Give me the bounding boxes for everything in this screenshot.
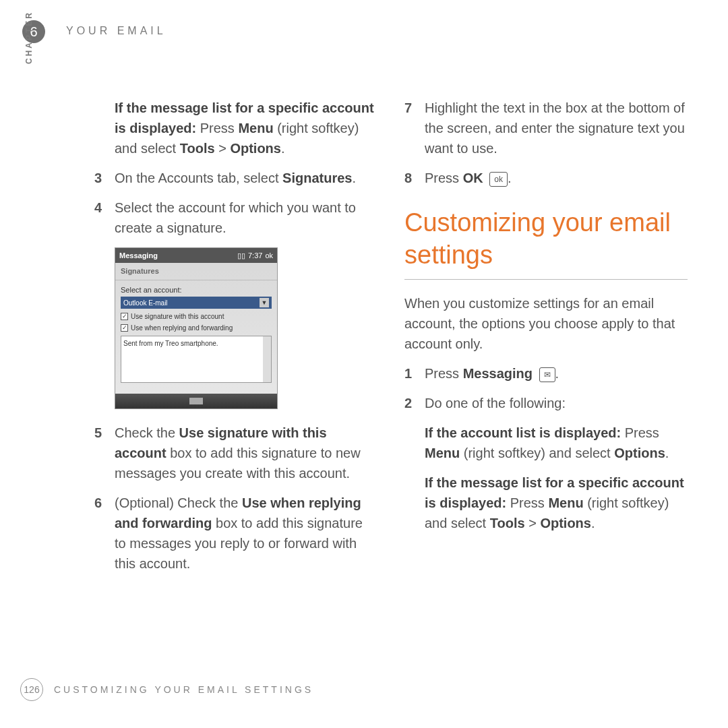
step-number: 8 — [404, 168, 425, 188]
use-signature-checkbox-row[interactable]: ✓ Use signature with this account — [121, 311, 272, 322]
step-number: 2 — [404, 393, 425, 413]
checkbox-checked-icon: ✓ — [121, 324, 128, 332]
screenshot-title: Messaging — [119, 250, 158, 262]
rstep-2a: If the account list is displayed: Press … — [425, 423, 688, 463]
chapter-vertical-label: CHAPTER — [24, 11, 34, 64]
content-area: If the message list for a specific accou… — [94, 98, 694, 583]
left-column: If the message list for a specific accou… — [94, 98, 377, 583]
right-column: 7 Highlight the text in the box at the b… — [404, 98, 688, 583]
step-number: 7 — [404, 98, 425, 158]
step-number: 4 — [94, 198, 115, 238]
running-header: YOUR EMAIL — [66, 25, 166, 37]
screenshot-titlebar: Messaging ▯▯ 7:37 ok — [115, 248, 277, 263]
use-reply-forward-checkbox-row[interactable]: ✓ Use when replying and forwarding — [121, 323, 272, 333]
signature-textarea[interactable]: Sent from my Treo smartphone. — [121, 336, 272, 383]
section-intro: When you customize settings for an email… — [404, 293, 688, 354]
rstep-1: 1 Press Messaging ✉. — [404, 363, 688, 384]
select-account-label: Select an account: — [121, 284, 272, 296]
step-8: 8 Press OK ok. — [404, 168, 688, 188]
screenshot-time: 7:37 — [248, 250, 262, 262]
step-body: Highlight the text in the box at the bot… — [425, 98, 688, 158]
heading-divider — [404, 279, 688, 280]
step-7: 7 Highlight the text in the box at the b… — [404, 98, 688, 158]
rstep-2b: If the message list for a specific accou… — [425, 473, 688, 533]
step-number: 6 — [94, 493, 115, 574]
left-intro: If the message list for a specific accou… — [115, 98, 377, 158]
footer-text: CUSTOMIZING YOUR EMAIL SETTINGS — [54, 684, 313, 695]
step-body: On the Accounts tab, select Signatures. — [115, 168, 377, 188]
step-6: 6 (Optional) Check the Use when replying… — [94, 493, 377, 574]
page-number-badge: 126 — [20, 678, 43, 701]
section-heading: Customizing your email settings — [404, 207, 688, 271]
account-dropdown[interactable]: Outlook E-mail ▼ — [121, 297, 272, 309]
signatures-screenshot: Messaging ▯▯ 7:37 ok Signatures Select a… — [115, 247, 278, 409]
page-number: 126 — [24, 684, 39, 695]
account-selected: Outlook E-mail — [123, 298, 168, 308]
step-body: Press OK ok. — [425, 168, 688, 188]
step-4: 4 Select the account for which you want … — [94, 198, 377, 238]
step-body: (Optional) Check the Use when replying a… — [115, 493, 377, 574]
page-footer: 126 CUSTOMIZING YOUR EMAIL SETTINGS — [20, 678, 313, 701]
messaging-key-icon: ✉ — [539, 367, 555, 382]
step-body: Press Messaging ✉. — [425, 363, 688, 384]
keyboard-icon — [189, 398, 203, 404]
screenshot-body: Select an account: Outlook E-mail ▼ ✓ Us… — [115, 280, 277, 388]
step-3: 3 On the Accounts tab, select Signatures… — [94, 168, 377, 188]
step-number: 3 — [94, 168, 115, 188]
step-number: 5 — [94, 423, 115, 483]
scrollbar[interactable] — [263, 336, 271, 382]
signal-icon: ▯▯ — [237, 250, 245, 262]
screenshot-tab: Signatures — [115, 263, 277, 280]
rstep-2: 2 Do one of the following: — [404, 393, 688, 413]
checkbox-checked-icon: ✓ — [121, 313, 128, 320]
step-body: Select the account for which you want to… — [115, 198, 377, 238]
step-body: Check the Use signature with this accoun… — [115, 423, 377, 483]
step-number: 1 — [404, 363, 425, 384]
chevron-down-icon: ▼ — [260, 298, 269, 307]
step-body: Do one of the following: — [425, 393, 688, 413]
ok-key-icon: ok — [489, 172, 508, 187]
ok-icon: ok — [265, 250, 273, 262]
step-5: 5 Check the Use signature with this acco… — [94, 423, 377, 483]
screenshot-bottom-bar — [115, 394, 277, 408]
